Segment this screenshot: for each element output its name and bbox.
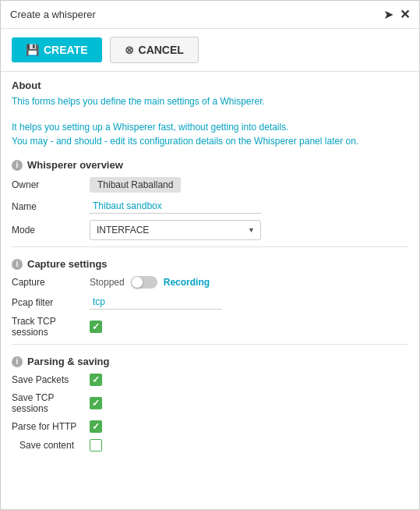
mode-row: Mode INTERFACE FILE REMOTE <box>12 220 408 240</box>
separator-1 <box>12 246 408 247</box>
whisperer-overview-header: i Whisperer overview <box>12 159 408 171</box>
dialog: Create a whisperer ➤ ✕ 💾 CREATE ⊗ CANCEL… <box>0 0 420 510</box>
mode-select-wrap: INTERFACE FILE REMOTE <box>90 220 261 240</box>
parsing-saving-header: i Parsing & saving <box>12 356 408 367</box>
capture-toggle-area: Stopped Recording <box>90 276 210 289</box>
content-area: About This forms helps you define the ma… <box>1 72 419 466</box>
parse-http-label: Parse for HTTP <box>12 421 82 432</box>
about-line3: You may - and should - edit its configur… <box>12 134 408 148</box>
toolbar: 💾 CREATE ⊗ CANCEL <box>1 29 419 72</box>
pin-icon[interactable]: ➤ <box>383 7 394 22</box>
info-icon-overview: i <box>12 160 23 171</box>
capture-stopped-label: Stopped <box>90 277 125 288</box>
pcap-input[interactable] <box>90 295 222 310</box>
cancel-label: CANCEL <box>139 44 184 56</box>
about-heading: About <box>12 80 408 91</box>
save-tcp-label: Save TCP sessions <box>12 392 82 414</box>
owner-value: Thibaut Raballand <box>90 177 181 193</box>
save-tcp-checkbox[interactable] <box>90 397 102 409</box>
save-icon: 💾 <box>26 44 39 56</box>
title-bar: Create a whisperer ➤ ✕ <box>1 1 419 29</box>
track-tcp-checkbox[interactable] <box>90 321 102 333</box>
pcap-row: Pcap filter <box>12 295 408 310</box>
capture-recording-label: Recording <box>164 277 210 288</box>
cancel-circle-icon: ⊗ <box>125 44 134 56</box>
about-section: About This forms helps you define the ma… <box>12 80 408 148</box>
owner-row: Owner Thibaut Raballand <box>12 177 408 193</box>
save-tcp-row: Save TCP sessions <box>12 392 408 414</box>
create-button[interactable]: 💾 CREATE <box>12 37 102 62</box>
parse-http-row: Parse for HTTP <box>12 420 408 433</box>
separator-2 <box>12 344 408 345</box>
track-tcp-label: Track TCP sessions <box>12 316 82 338</box>
name-label: Name <box>12 201 82 212</box>
capture-settings-label: Capture settings <box>27 258 108 270</box>
capture-toggle[interactable] <box>131 276 157 289</box>
name-input[interactable] <box>90 199 261 214</box>
create-label: CREATE <box>44 44 88 56</box>
save-content-label: Save content <box>12 440 82 451</box>
save-content-checkbox[interactable] <box>90 439 102 452</box>
track-tcp-row: Track TCP sessions <box>12 316 408 338</box>
mode-select[interactable]: INTERFACE FILE REMOTE <box>90 220 261 240</box>
dialog-title: Create a whisperer <box>10 9 96 20</box>
mode-label: Mode <box>12 225 82 236</box>
parsing-saving-label: Parsing & saving <box>27 356 109 367</box>
title-icons: ➤ ✕ <box>383 7 410 22</box>
capture-row: Capture Stopped Recording <box>12 276 408 289</box>
name-row: Name <box>12 199 408 214</box>
save-content-row: Save content <box>12 439 408 452</box>
capture-settings-header: i Capture settings <box>12 258 408 270</box>
info-icon-capture: i <box>12 259 23 270</box>
owner-label: Owner <box>12 179 82 190</box>
save-packets-checkbox[interactable] <box>90 374 102 386</box>
pcap-label: Pcap filter <box>12 297 82 308</box>
whisperer-overview-label: Whisperer overview <box>27 159 123 171</box>
info-icon-parsing: i <box>12 356 23 367</box>
parse-http-checkbox[interactable] <box>90 420 102 433</box>
capture-label: Capture <box>12 277 82 288</box>
about-line1: This forms helps you define the main set… <box>12 94 408 108</box>
close-icon[interactable]: ✕ <box>400 7 410 22</box>
save-packets-row: Save Packets <box>12 374 408 386</box>
cancel-button[interactable]: ⊗ CANCEL <box>110 37 199 63</box>
about-line2: It helps you setting up a Whisperer fast… <box>12 120 408 134</box>
save-packets-label: Save Packets <box>12 374 82 385</box>
